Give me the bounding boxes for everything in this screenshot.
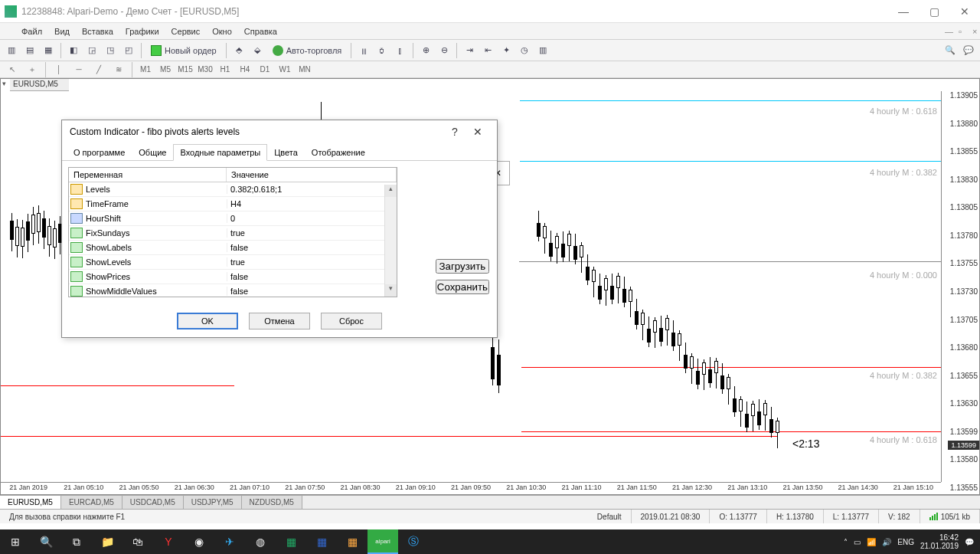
metaquotes-icon[interactable]: ⬘ [230, 42, 247, 59]
channel-icon[interactable]: ≋ [109, 63, 128, 77]
param-row[interactable]: Levels0.382;0.618;1 [69, 182, 397, 197]
task-view-icon[interactable]: ⧉ [61, 529, 92, 554]
tray-wifi-icon[interactable]: 📶 [867, 538, 876, 546]
param-row[interactable]: HourShift0 [69, 211, 397, 226]
scroll-down-icon[interactable]: ▾ [385, 284, 397, 297]
dialog-tab[interactable]: Отображение [305, 144, 372, 161]
col-value[interactable]: Значение [227, 168, 397, 182]
param-value[interactable]: true [227, 228, 397, 238]
timeframe-mn[interactable]: MN [296, 63, 314, 77]
chart-tab[interactable]: EURUSD,M5 [0, 496, 61, 509]
vline-icon[interactable]: │ [50, 63, 68, 77]
param-row[interactable]: ShowLabelsfalse [69, 241, 397, 255]
timeframe-d1[interactable]: D1 [256, 63, 274, 77]
timeframe-m30[interactable]: M30 [196, 63, 214, 77]
yandex-icon[interactable]: Y [153, 529, 184, 554]
market-watch-icon[interactable]: ▦ [40, 42, 57, 59]
scroll-up-icon[interactable]: ▴ [385, 185, 397, 197]
param-row[interactable]: ShowMiddleValuesfalse [69, 284, 397, 297]
param-value[interactable]: H4 [227, 199, 397, 208]
strategy-tester-icon[interactable]: ◰ [120, 42, 137, 59]
word-icon[interactable]: ▦ [306, 529, 337, 554]
tray-battery-icon[interactable]: ▭ [854, 538, 861, 546]
hline-icon[interactable]: ─ [70, 63, 88, 77]
indicators-icon[interactable]: ✦ [498, 42, 514, 59]
tray-clock[interactable]: 16:42 21.01.2019 [920, 533, 959, 550]
table-scrollbar[interactable]: ▴ ▾ [384, 185, 397, 297]
menu-window[interactable]: Окно [206, 25, 238, 38]
tray-chevron-icon[interactable]: ˄ [844, 538, 848, 546]
close-button[interactable]: ✕ [949, 0, 980, 23]
candle-chart-icon[interactable]: ⧮ [374, 42, 390, 59]
chart-tab[interactable]: EURCAD,M5 [61, 496, 122, 509]
col-variable[interactable]: Переменная [69, 168, 227, 182]
timeframe-m5[interactable]: M5 [156, 63, 175, 77]
param-value[interactable]: 0.382;0.618;1 [227, 185, 397, 194]
minimize-button[interactable]: — [888, 0, 919, 23]
dialog-tab[interactable]: Входные параметры [173, 144, 267, 161]
load-button[interactable]: Загрузить [436, 259, 489, 274]
explorer-icon[interactable]: 📁 [92, 529, 122, 554]
tray-volume-icon[interactable]: 🔊 [882, 538, 891, 546]
param-value[interactable]: false [227, 287, 397, 296]
new-order-button[interactable]: Новый ордер [145, 42, 222, 59]
param-value[interactable]: true [227, 257, 397, 267]
excel-icon[interactable]: ▦ [276, 529, 306, 554]
zoom-out-icon[interactable]: ⊖ [436, 42, 452, 59]
status-connection[interactable]: 105/1 kb [920, 510, 980, 523]
alpari-task-icon[interactable]: alpari [368, 529, 398, 554]
dialog-close-icon[interactable]: ✕ [466, 126, 489, 138]
bar-chart-icon[interactable]: ⫼ [355, 42, 372, 59]
parameters-table[interactable]: Переменная Значение Levels0.382;0.618;1T… [68, 167, 397, 297]
dialog-tab[interactable]: Общие [132, 144, 173, 161]
chat-icon[interactable]: 💬 [960, 42, 977, 59]
ok-button[interactable]: OK [177, 313, 238, 329]
chrome-icon[interactable]: ◉ [184, 529, 214, 554]
maximize-button[interactable]: ▢ [919, 0, 949, 23]
store-icon[interactable]: 🛍 [122, 529, 153, 554]
autoscroll-icon[interactable]: ⇥ [461, 42, 478, 59]
templates-icon[interactable]: ▥ [534, 42, 551, 59]
cursor-icon[interactable]: ↖ [3, 63, 21, 77]
cancel-button[interactable]: Отмена [249, 313, 310, 329]
menu-view[interactable]: Вид [48, 25, 76, 38]
chart-tab[interactable]: USDJPY,M5 [184, 496, 242, 509]
data-window-icon[interactable]: ◲ [83, 42, 100, 59]
search-task-icon[interactable]: 🔍 [31, 529, 61, 554]
crosshair-icon[interactable]: ＋ [23, 63, 41, 77]
mdi-restore-icon[interactable]: ▫ [952, 25, 966, 38]
param-row[interactable]: FixSundaystrue [69, 226, 397, 241]
menu-charts[interactable]: Графики [119, 25, 165, 38]
param-value[interactable]: 0 [227, 214, 397, 223]
status-profile[interactable]: Default [588, 510, 632, 523]
periods-icon[interactable]: ◷ [516, 42, 533, 59]
menu-file[interactable]: Файл [15, 25, 48, 38]
save-button[interactable]: Сохранить [436, 280, 489, 294]
param-row[interactable]: ShowPricesfalse [69, 270, 397, 284]
timeframe-h1[interactable]: H1 [216, 63, 234, 77]
telegram-icon[interactable]: ✈ [214, 529, 245, 554]
mdi-close-icon[interactable]: × [966, 25, 980, 38]
line-chart-icon[interactable]: ⫿ [392, 42, 409, 59]
param-row[interactable]: TimeFrameH4 [69, 197, 397, 211]
tray-notifications-icon[interactable]: 💬 [965, 538, 974, 546]
param-value[interactable]: false [227, 243, 397, 252]
menu-help[interactable]: Справка [238, 25, 283, 38]
tray-lang[interactable]: ENG [897, 538, 914, 546]
signals-icon[interactable]: ⬙ [249, 42, 266, 59]
navigator-icon[interactable]: ◧ [65, 42, 82, 59]
zoom-in-icon[interactable]: ⊕ [417, 42, 434, 59]
chart-tab[interactable]: USDCAD,M5 [122, 496, 184, 509]
timeframe-m15[interactable]: M15 [176, 63, 194, 77]
start-button[interactable]: ⊞ [0, 529, 31, 554]
profiles-icon[interactable]: ▤ [21, 42, 38, 59]
skype-icon[interactable]: Ⓢ [398, 529, 429, 554]
dialog-help-icon[interactable]: ? [443, 126, 466, 138]
system-tray[interactable]: ˄ ▭ 📶 🔊 ENG 16:42 21.01.2019 💬 [844, 533, 980, 550]
reset-button[interactable]: Сброс [321, 313, 382, 329]
trendline-icon[interactable]: ╱ [90, 63, 108, 77]
mdi-minimize-icon[interactable]: — [939, 25, 952, 38]
mt4-task-icon[interactable]: ▦ [337, 529, 368, 554]
chart-shift-icon[interactable]: ⇤ [479, 42, 496, 59]
auto-trading-button[interactable]: Авто-торговля [267, 42, 348, 59]
